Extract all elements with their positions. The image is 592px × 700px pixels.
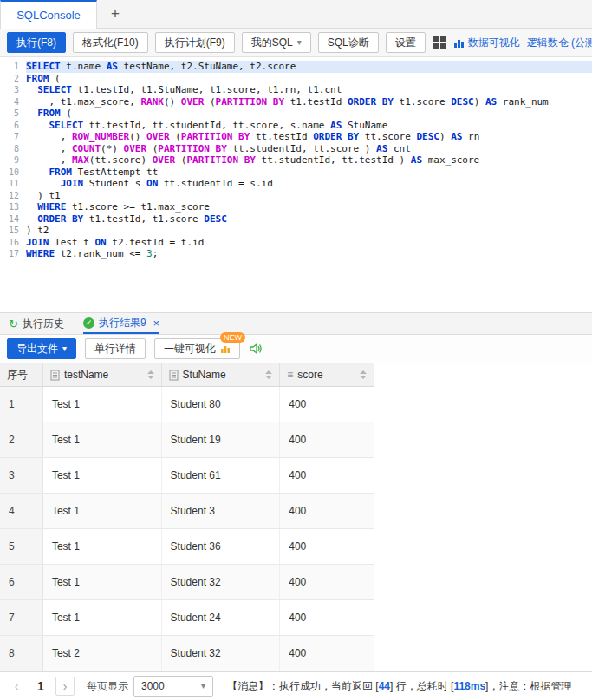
data-cell[interactable]: Test 2 [43,636,162,671]
table-row[interactable]: 2Test 1Student 19400 [0,422,374,458]
sort-icon[interactable] [147,370,154,379]
data-cell[interactable]: 400 [280,458,374,493]
column-header-index[interactable]: 序号 [0,363,43,386]
add-tab-button[interactable]: + [97,0,133,28]
next-page-button[interactable]: › [55,677,75,696]
code-line[interactable]: JOIN Test t ON t2.testId = t.id [26,237,592,249]
row-index-cell[interactable]: 1 [0,387,43,422]
data-cell[interactable]: 400 [280,636,374,671]
code-line[interactable]: ) t2 [26,225,592,237]
code-line[interactable]: , t1.max_score, RANK() OVER (PARTITION B… [26,96,592,108]
data-cell[interactable]: 400 [280,565,374,599]
code-line[interactable]: ) t1 [26,190,592,202]
code-line[interactable]: ORDER BY t1.testId, t1.score DESC [26,213,592,226]
export-file-dropdown[interactable]: 导出文件 ▾ [7,338,76,359]
column-header-stuname[interactable]: StuName [162,363,281,386]
code-line[interactable]: JOIN Student s ON tt.studentId = s.id [26,178,592,190]
code-line[interactable]: FROM ( [26,108,592,120]
code-line[interactable]: WHERE t1.score >= t1.max_score [26,201,592,213]
code-line[interactable]: FROM ( [26,73,592,85]
data-cell[interactable]: 400 [280,422,374,457]
table-row[interactable]: 4Test 1Student 3400 [0,494,374,529]
tab-sqlconsole[interactable]: SQLConsole [0,0,97,29]
sort-icon[interactable] [360,370,367,379]
data-cell[interactable]: Student 36 [162,529,281,564]
data-cell[interactable]: Student 32 [162,636,281,671]
data-cell[interactable]: Student 80 [162,387,281,422]
code-line[interactable]: FROM TestAttempt tt [26,167,592,179]
sql-console-window: SQLConsole + 执行(F8) 格式化(F10) 执行计划(F9) 我的… [0,0,592,700]
data-cell[interactable]: Student 3 [162,494,281,528]
code-area[interactable]: SELECT t.name AS testName, t2.StuName, t… [26,57,592,312]
execute-button[interactable]: 执行(F8) [7,32,66,53]
code-line[interactable]: SELECT tt.testId, tt.studentId, tt.score… [26,120,592,132]
row-index-cell[interactable]: 2 [0,422,43,457]
table-row[interactable]: 3Test 1Student 61400 [0,458,374,494]
logical-warehouse-link[interactable]: 逻辑数仓 (公测) [527,36,592,50]
table-row[interactable]: 7Test 1Student 24400 [0,600,374,636]
code-line[interactable]: , COUNT(*) OVER (PARTITION BY tt.student… [26,143,592,155]
row-index-cell[interactable]: 4 [0,494,43,528]
prev-page-button[interactable]: ‹ [7,677,26,696]
format-button[interactable]: 格式化(F10) [73,32,148,53]
data-cell[interactable]: Test 1 [43,387,162,422]
line-number: 10 [0,167,19,179]
line-number: 16 [0,237,19,249]
column-header-score[interactable]: ≡ score [280,363,374,386]
row-detail-button[interactable]: 单行详情 [85,338,146,359]
line-number: 7 [0,131,19,143]
settings-button[interactable]: 设置 [386,32,426,53]
data-cell[interactable]: 400 [280,600,374,635]
explain-plan-button[interactable]: 执行计划(F9) [155,32,235,53]
code-line[interactable]: SELECT t.name AS testName, t2.StuName, t… [26,61,592,73]
sql-diagnose-button[interactable]: SQL诊断 [318,32,379,53]
line-number: 15 [0,225,19,237]
close-icon[interactable]: × [153,317,160,330]
data-cell[interactable]: Test 1 [43,529,162,564]
line-number: 14 [0,213,19,226]
data-cell[interactable]: Student 19 [162,422,281,457]
data-cell[interactable]: Test 1 [43,600,162,635]
chevron-down-icon: ▾ [201,682,205,690]
data-cell[interactable]: Test 1 [43,422,162,457]
code-line[interactable]: , ROW_NUMBER() OVER (PARTITION BY tt.tes… [26,131,592,143]
code-line[interactable]: WHERE t2.rank_num <= 3; [26,248,592,260]
row-index-cell[interactable]: 6 [0,565,43,599]
data-cell[interactable]: Student 24 [162,600,281,635]
sort-icon[interactable] [265,370,272,379]
refresh-icon: ↻ [9,317,18,330]
data-visualization-link[interactable]: 数据可视化 [453,36,520,50]
text-column-icon [50,370,60,381]
data-cell[interactable]: 400 [280,387,374,422]
result-table-header: 序号 testName StuName ≡ score [0,363,374,387]
code-line[interactable]: SELECT t1.testId, t1.StuName, t1.score, … [26,84,592,96]
row-index-cell[interactable]: 3 [0,458,43,493]
data-cell[interactable]: Test 1 [43,458,162,493]
row-index-cell[interactable]: 5 [0,529,43,564]
grid-icon[interactable] [433,36,446,49]
data-cell[interactable]: 400 [280,529,374,564]
data-cell[interactable]: Test 1 [43,494,162,528]
current-page[interactable]: 1 [31,677,50,696]
sql-editor[interactable]: 1234567891011121314151617 SELECT t.name … [0,57,592,312]
code-line[interactable]: , MAX(tt.score) OVER (PARTITION BY tt.st… [26,154,592,167]
console-tab-bar: SQLConsole + [0,0,592,29]
my-sql-dropdown[interactable]: 我的SQL ▾ [242,32,311,53]
table-row[interactable]: 6Test 1Student 32400 [0,565,374,600]
one-click-visualize-label: 一键可视化 [164,342,216,357]
row-index-cell[interactable]: 8 [0,636,43,671]
tab-execution-history[interactable]: ↻ 执行历史 [9,313,64,334]
one-click-visualize-wrap: 一键可视化 NEW [154,338,240,359]
table-row[interactable]: 5Test 1Student 36400 [0,529,374,565]
speaker-icon[interactable] [249,342,263,356]
data-cell[interactable]: Test 1 [43,565,162,599]
row-index-cell[interactable]: 7 [0,600,43,635]
page-size-select[interactable]: 3000 ▾ [133,676,213,697]
column-header-testname[interactable]: testName [43,363,162,386]
table-row[interactable]: 1Test 1Student 80400 [0,387,374,422]
data-cell[interactable]: 400 [280,494,374,528]
data-cell[interactable]: Student 61 [162,458,281,493]
data-cell[interactable]: Student 32 [162,565,281,599]
tab-execution-result[interactable]: ✓ 执行结果9 × [83,313,159,334]
table-row[interactable]: 8Test 2Student 32400 [0,636,374,671]
